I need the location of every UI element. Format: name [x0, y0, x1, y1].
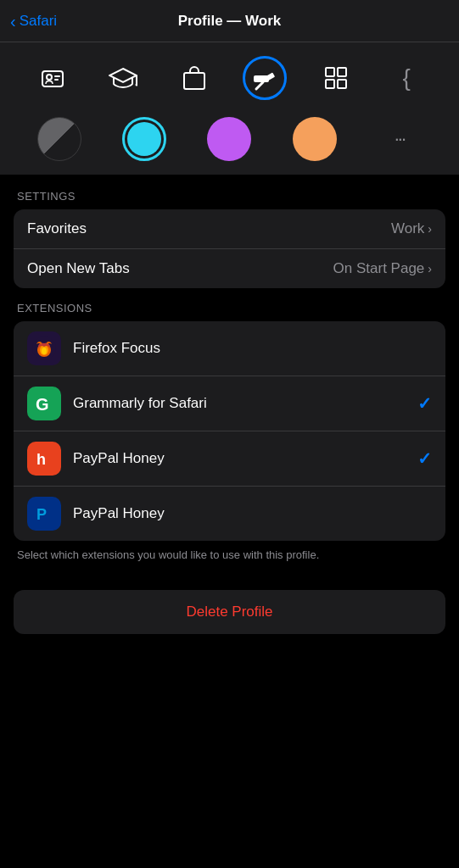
paypal-honey-label: PayPal Honey	[73, 450, 417, 467]
back-button[interactable]: ‹ Safari	[10, 13, 57, 30]
firefox-focus-label: Firefox Focus	[73, 340, 432, 357]
favorites-chevron-icon: ›	[428, 222, 432, 236]
svg-text:h: h	[36, 451, 46, 468]
svg-rect-7	[184, 73, 204, 89]
hammer-icon[interactable]	[243, 56, 287, 100]
paypal-extension-icon: P	[27, 497, 61, 531]
grammarly-row[interactable]: G Grammarly for Safari ✓	[14, 376, 445, 431]
id-card-icon[interactable]	[31, 56, 75, 100]
extensions-section: EXTENSIONS Firefox Focus	[0, 288, 459, 576]
color-row: ···	[17, 117, 442, 161]
shopping-bag-icon[interactable]	[172, 56, 216, 100]
graduation-cap-icon[interactable]	[101, 56, 145, 100]
svg-rect-2	[54, 75, 60, 77]
favorites-value: Work ›	[391, 220, 432, 237]
svg-rect-3	[54, 79, 59, 81]
paypal-honey-row[interactable]: h PayPal Honey ✓	[14, 431, 445, 487]
delete-section: Delete Profile	[14, 590, 445, 634]
settings-section: SETTINGS Favorites Work › Open New Tabs …	[0, 176, 459, 288]
orange-color-swatch[interactable]	[293, 117, 337, 161]
delete-profile-button[interactable]: Delete Profile	[14, 590, 445, 634]
back-label: Safari	[20, 13, 57, 30]
grammarly-check-icon: ✓	[417, 393, 432, 414]
open-new-tabs-row[interactable]: Open New Tabs On Start Page ›	[14, 249, 445, 288]
svg-point-1	[47, 75, 52, 80]
svg-rect-11	[326, 68, 334, 76]
icon-color-section: { ···	[0, 42, 459, 175]
paypal-label: PayPal Honey	[73, 505, 432, 522]
open-new-tabs-chevron-icon: ›	[428, 262, 432, 275]
icon-row: {	[17, 56, 442, 100]
cyan-color-swatch[interactable]	[122, 117, 166, 161]
purple-color-swatch[interactable]	[207, 117, 251, 161]
nav-bar: ‹ Safari Profile — Work	[0, 0, 459, 42]
open-new-tabs-label: Open New Tabs	[27, 260, 130, 277]
extensions-section-label: EXTENSIONS	[0, 288, 459, 321]
bracket-icon[interactable]: {	[384, 56, 428, 100]
back-chevron-icon: ‹	[10, 13, 16, 30]
honey-icon: h	[27, 442, 61, 476]
open-new-tabs-value: On Start Page ›	[333, 260, 432, 277]
settings-group: Favorites Work › Open New Tabs On Start …	[14, 209, 445, 288]
svg-rect-14	[338, 80, 346, 88]
paypal-row[interactable]: P PayPal Honey	[14, 487, 445, 541]
svg-text:G: G	[36, 395, 49, 414]
svg-rect-0	[42, 71, 63, 86]
firefox-focus-icon	[27, 331, 61, 365]
default-color-swatch[interactable]	[37, 117, 81, 161]
svg-point-18	[42, 348, 47, 354]
svg-point-6	[136, 84, 138, 86]
grammarly-label: Grammarly for Safari	[73, 395, 417, 412]
honey-check-icon: ✓	[417, 448, 432, 469]
extensions-footer: Select which extensions you would like t…	[0, 541, 459, 576]
favorites-label: Favorites	[27, 220, 87, 237]
page-title: Profile — Work	[178, 13, 282, 30]
svg-line-10	[256, 82, 263, 89]
svg-rect-13	[326, 80, 334, 88]
svg-text:P: P	[36, 506, 47, 523]
more-colors-button[interactable]: ···	[378, 117, 422, 161]
firefox-focus-row[interactable]: Firefox Focus	[14, 321, 445, 376]
svg-rect-12	[338, 68, 346, 76]
grammarly-icon: G	[27, 387, 61, 420]
main-content: { ··· SETTINGS Favorites Work ›	[0, 42, 459, 634]
favorites-row[interactable]: Favorites Work ›	[14, 209, 445, 249]
settings-section-label: SETTINGS	[0, 176, 459, 209]
grid-icon[interactable]	[314, 56, 358, 100]
extensions-group: Firefox Focus G Grammarly for Safari ✓ h	[14, 321, 445, 541]
